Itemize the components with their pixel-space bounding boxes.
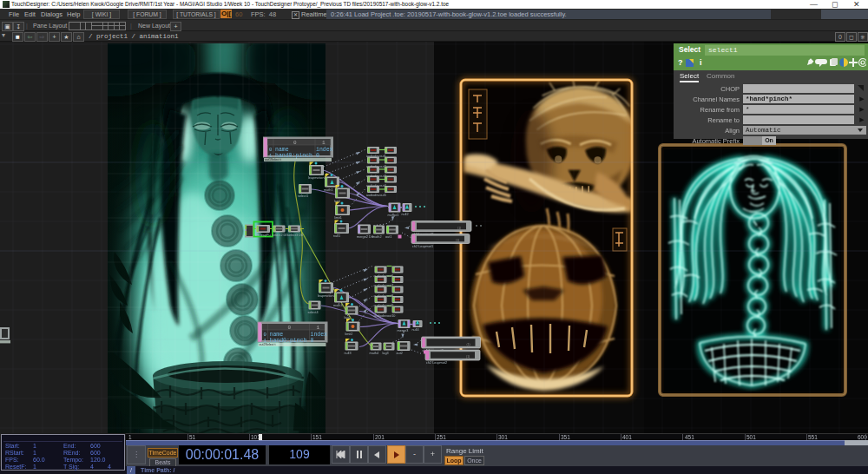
svg-text:merge3: merge3 bbox=[398, 329, 409, 332]
svg-text:(1): (1) bbox=[457, 227, 461, 230]
svg-text:0: 0 bbox=[264, 332, 266, 338]
svg-text:DtI leapPu: DtI leapPu bbox=[255, 234, 271, 237]
svg-text:ch2 Leapmot1: ch2 Leapmot1 bbox=[412, 245, 433, 248]
svg-text:null4: null4 bbox=[412, 328, 419, 332]
svg-text:merge1: merge1 bbox=[388, 214, 399, 217]
svg-text:null3: null3 bbox=[345, 352, 352, 355]
svg-text:null2: null2 bbox=[402, 213, 409, 216]
svg-text:0: 0 bbox=[269, 147, 272, 153]
svg-text:out1: out1 bbox=[385, 235, 391, 239]
svg-text:null1: null1 bbox=[333, 234, 340, 238]
svg-text:math3: math3 bbox=[333, 304, 343, 307]
svg-text:ch2 Leapmot2: ch2 Leapmot2 bbox=[426, 361, 447, 365]
svg-text:name: name bbox=[270, 332, 284, 338]
svg-text:out2Select t: out2Select t bbox=[260, 343, 276, 346]
svg-text:index: index bbox=[311, 332, 328, 338]
svg-text:select4: select4 bbox=[308, 311, 319, 314]
svg-text:math4: math4 bbox=[370, 352, 379, 355]
svg-text:out2: out2 bbox=[397, 352, 403, 355]
svg-text:(1): (1) bbox=[466, 355, 470, 359]
svg-text:0: 0 bbox=[316, 153, 319, 159]
svg-text:math1: math1 bbox=[324, 188, 333, 192]
svg-text:name: name bbox=[275, 147, 289, 153]
svg-text:audiodevout10: audiodevout10 bbox=[374, 314, 396, 318]
svg-text:leapmotion1: leapmotion1 bbox=[308, 176, 326, 180]
svg-text:audiodevout5: audiodevout5 bbox=[366, 194, 386, 197]
svg-text:0: 0 bbox=[293, 140, 297, 146]
svg-text:out1Select t: out1Select t bbox=[265, 158, 281, 161]
svg-text:0: 0 bbox=[288, 325, 292, 331]
svg-text:(1): (1) bbox=[467, 343, 470, 346]
svg-text:math2: math2 bbox=[372, 235, 382, 239]
svg-text:leapmotion2: leapmotion2 bbox=[318, 294, 336, 298]
svg-text:0: 0 bbox=[311, 338, 314, 344]
svg-text:1: 1 bbox=[317, 325, 320, 331]
svg-text:(1): (1) bbox=[456, 239, 459, 242]
svg-text:select3 DtI: select3 DtI bbox=[287, 234, 303, 237]
svg-text:limit2: limit2 bbox=[345, 332, 353, 336]
svg-text:index: index bbox=[316, 147, 333, 153]
svg-text:select1: select1 bbox=[298, 194, 308, 198]
svg-text:1: 1 bbox=[322, 140, 326, 146]
svg-text:select2 DII: select2 DII bbox=[273, 234, 288, 237]
svg-text:limit1: limit1 bbox=[334, 216, 342, 220]
svg-text:lag3: lag3 bbox=[383, 352, 389, 355]
svg-text:merge2 DtI: merge2 DtI bbox=[357, 235, 373, 239]
